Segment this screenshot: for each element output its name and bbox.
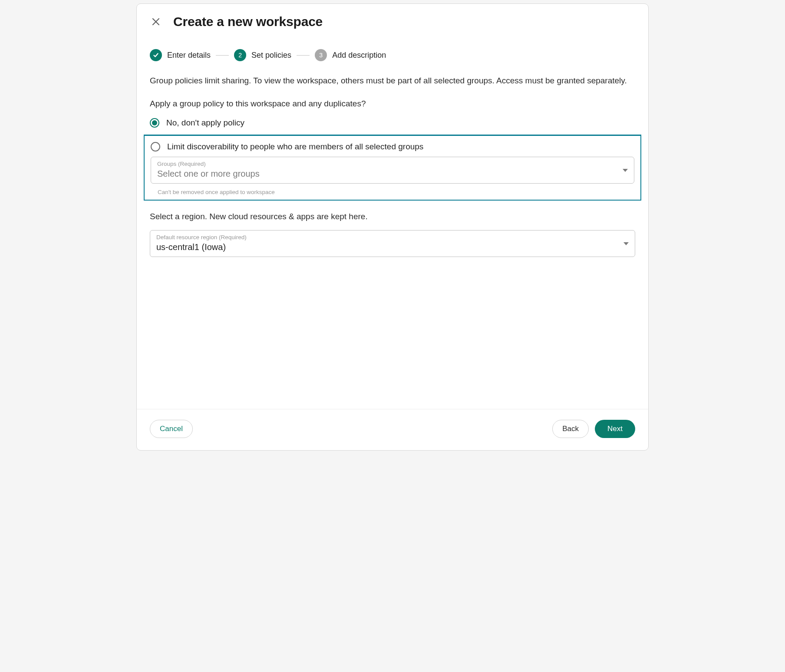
footer-right: Back Next [552,420,635,438]
region-prompt: Select a region. New cloud resources & a… [150,212,635,221]
radio-icon [150,118,159,128]
groups-select-hint: Can't be removed once applied to workspa… [151,189,634,195]
radio-limit-discoverability[interactable]: Limit discoverability to people who are … [151,142,634,152]
region-section: Select a region. New cloud resources & a… [150,212,635,257]
step-divider [297,55,310,56]
region-select[interactable]: Default resource region (Required) us-ce… [150,230,635,257]
close-button[interactable] [150,16,162,28]
next-button[interactable]: Next [595,420,635,438]
step-label: Enter details [167,51,211,60]
check-icon [150,49,162,61]
step-number-badge: 3 [315,49,327,61]
close-icon [152,17,160,26]
step-label: Set policies [251,51,291,60]
radio-no-policy[interactable]: No, don't apply policy [150,118,635,128]
dialog-body: Group policies limit sharing. To view th… [137,66,648,409]
select-placeholder: Select one or more groups [157,169,628,179]
back-button[interactable]: Back [552,420,589,438]
chevron-down-icon [623,240,629,247]
select-label: Groups (Required) [157,161,628,167]
policy-description: Group policies limit sharing. To view th… [150,74,635,87]
dialog-header: Create a new workspace [137,4,648,33]
stepper: Enter details 2 Set policies 3 Add descr… [137,33,648,66]
radio-label: No, don't apply policy [166,118,244,128]
step-label: Add description [332,51,386,60]
cancel-button[interactable]: Cancel [150,420,193,438]
groups-select[interactable]: Groups (Required) Select one or more gro… [151,157,634,184]
step-add-description: 3 Add description [315,49,386,61]
select-label: Default resource region (Required) [156,234,629,240]
dialog-title: Create a new workspace [173,14,323,29]
chevron-down-icon [623,166,628,174]
create-workspace-dialog: Create a new workspace Enter details 2 S… [136,3,649,451]
select-value: us-central1 (Iowa) [156,242,629,252]
svg-marker-3 [623,242,629,245]
step-set-policies: 2 Set policies [234,49,291,61]
dialog-footer: Cancel Back Next [137,409,648,450]
radio-icon [151,142,160,152]
policy-prompt: Apply a group policy to this workspace a… [150,99,635,109]
svg-marker-2 [623,169,628,172]
step-enter-details: Enter details [150,49,211,61]
radio-label: Limit discoverability to people who are … [167,142,423,152]
policy-radio-group: No, don't apply policy Limit discoverabi… [150,118,635,201]
step-number-badge: 2 [234,49,246,61]
limit-discoverability-box: Limit discoverability to people who are … [144,135,641,201]
step-divider [216,55,229,56]
